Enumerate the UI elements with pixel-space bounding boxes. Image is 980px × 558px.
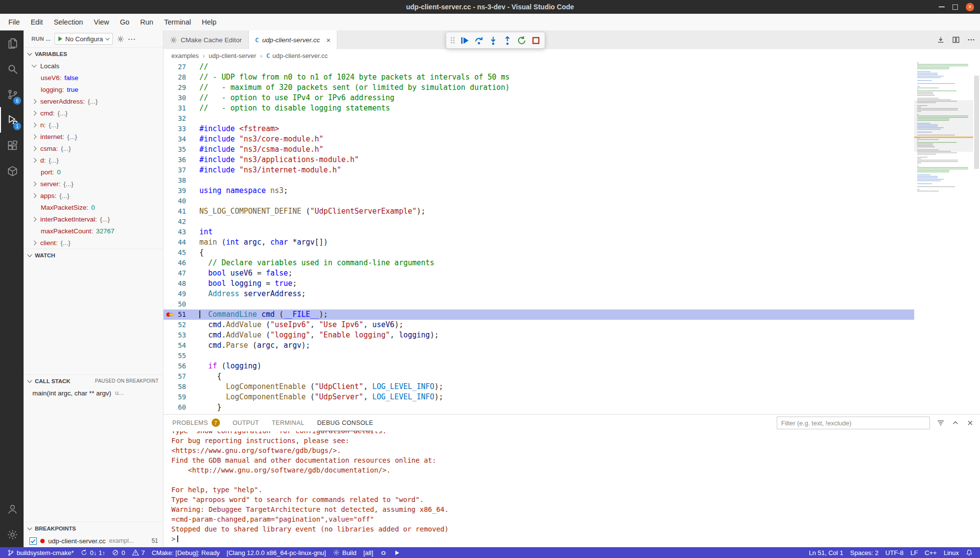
- manage-icon[interactable]: [0, 522, 24, 547]
- code-editor[interactable]: 27//28// - UDP flow from n0 to n1 of 102…: [163, 62, 980, 414]
- code-line[interactable]: 59 LogComponentEnable ("UdpServer", LOG_…: [163, 392, 914, 402]
- variable-row[interactable]: serverAddress:{...}: [24, 95, 163, 107]
- editor-tab[interactable]: CMake Cache Editor: [163, 30, 249, 49]
- line-number[interactable]: 51: [163, 309, 199, 320]
- code-line[interactable]: 27//: [163, 62, 914, 72]
- code-line[interactable]: 35#include "ns3/csma-module.h": [163, 144, 914, 155]
- cmake-build-button[interactable]: Build: [329, 547, 360, 558]
- console-prompt[interactable]: >: [171, 534, 980, 544]
- variable-row[interactable]: interPacketInterval:{...}: [24, 213, 163, 225]
- code-line[interactable]: 50: [163, 299, 914, 309]
- open-changes-icon[interactable]: [937, 36, 945, 44]
- git-sync[interactable]: 0↓ 1↑: [77, 547, 109, 558]
- console-filter-input[interactable]: [777, 417, 930, 429]
- maximize-button[interactable]: [953, 4, 958, 10]
- close-panel-icon[interactable]: [966, 419, 974, 427]
- menu-item-help[interactable]: Help: [196, 18, 222, 26]
- editor-tab[interactable]: Cudp-client-server.cc×: [249, 30, 338, 49]
- code-line[interactable]: 52 cmd.AddValue ("useIpv6", "Use Ipv6", …: [163, 320, 914, 330]
- step-out-button[interactable]: [501, 34, 514, 47]
- chevron-right-icon[interactable]: [32, 99, 37, 104]
- chevron-right-icon[interactable]: [32, 134, 37, 139]
- minimap[interactable]: [914, 62, 973, 414]
- chevron-right-icon[interactable]: [32, 111, 37, 115]
- code-line[interactable]: 34#include "ns3/core-module.h": [163, 134, 914, 144]
- extensions-icon[interactable]: [0, 133, 24, 158]
- code-line[interactable]: 38: [163, 175, 914, 186]
- variable-row[interactable]: port:0: [24, 166, 163, 178]
- menu-item-terminal[interactable]: Terminal: [159, 18, 196, 26]
- code-line[interactable]: 29// - maximum of 320 packets sent (or l…: [163, 83, 914, 93]
- line-number[interactable]: 57: [163, 371, 199, 382]
- line-number[interactable]: 42: [163, 217, 199, 227]
- split-editor-icon[interactable]: [952, 36, 960, 44]
- line-number[interactable]: 34: [163, 134, 199, 144]
- source-control-icon[interactable]: 6: [0, 82, 24, 107]
- call-stack-section-header[interactable]: CALL STACK PAUSED ON BREAKPOINT: [24, 374, 163, 387]
- variable-row[interactable]: d:{...}: [24, 154, 163, 166]
- line-number[interactable]: 38: [163, 175, 199, 186]
- accounts-icon[interactable]: [0, 496, 24, 522]
- breakpoint-row[interactable]: udp-client-server.cc exampl... 51: [24, 534, 163, 547]
- stop-button[interactable]: [529, 34, 542, 47]
- line-number[interactable]: 48: [163, 279, 199, 289]
- panel-tab-problems[interactable]: PROBLEMS7: [172, 415, 220, 431]
- line-number[interactable]: 37: [163, 165, 199, 175]
- menu-item-go[interactable]: Go: [114, 18, 135, 26]
- code-line[interactable]: 28// - UDP flow from n0 to n1 of 1024 by…: [163, 72, 914, 83]
- line-number[interactable]: 59: [163, 392, 199, 402]
- breakpoints-section-header[interactable]: BREAKPOINTS: [24, 522, 163, 534]
- cursor-position[interactable]: Ln 51, Col 1: [805, 547, 846, 558]
- chevron-right-icon[interactable]: [32, 146, 37, 151]
- line-number[interactable]: 55: [163, 351, 199, 361]
- code-line[interactable]: 37#include "ns3/internet-module.h": [163, 165, 914, 175]
- eol-sequence[interactable]: LF: [907, 547, 921, 558]
- line-number[interactable]: 52: [163, 320, 199, 330]
- variables-scope-locals[interactable]: Locals: [24, 60, 163, 72]
- watch-section-header[interactable]: WATCH: [24, 249, 163, 261]
- variable-row[interactable]: client:{...}: [24, 237, 163, 249]
- call-stack-frame[interactable]: main(int argc, char ** argv) u...: [24, 387, 163, 399]
- menu-item-run[interactable]: Run: [135, 18, 159, 26]
- cmake-tools-icon[interactable]: [0, 158, 24, 184]
- menu-item-view[interactable]: View: [88, 18, 114, 26]
- code-line[interactable]: 56 if (logging): [163, 361, 914, 371]
- warnings-count[interactable]: 7: [129, 547, 148, 558]
- variable-row[interactable]: MaxPacketSize:0: [24, 201, 163, 213]
- panel-tab-output[interactable]: OUTPUT: [233, 415, 259, 431]
- code-line[interactable]: 31// - option to disable logging stateme…: [163, 103, 914, 113]
- line-number[interactable]: 31: [163, 103, 199, 113]
- line-number[interactable]: 44: [163, 237, 199, 248]
- line-number[interactable]: 36: [163, 155, 199, 165]
- code-line[interactable]: 45{: [163, 248, 914, 258]
- search-icon[interactable]: [0, 56, 24, 82]
- breadcrumb-item[interactable]: examples: [171, 52, 199, 59]
- code-line[interactable]: 48 bool logging = true;: [163, 279, 914, 289]
- line-number[interactable]: 40: [163, 196, 199, 206]
- menu-item-edit[interactable]: Edit: [25, 18, 48, 26]
- code-line[interactable]: 32: [163, 113, 914, 124]
- code-line[interactable]: 55: [163, 351, 914, 361]
- cmake-kit[interactable]: [Clang 12.0.0 x86_64-pc-linux-gnu]: [223, 547, 329, 558]
- drag-handle-icon[interactable]: [449, 36, 457, 45]
- code-line[interactable]: 46 // Declare variables used in command-…: [163, 258, 914, 268]
- scrollbar-thumb[interactable]: [974, 76, 979, 169]
- debug-more-actions-icon[interactable]: ···: [128, 35, 136, 43]
- line-number[interactable]: 29: [163, 83, 199, 93]
- close-icon[interactable]: ×: [326, 36, 330, 44]
- code-line[interactable]: 33#include <fstream>: [163, 124, 914, 134]
- panel-tab-debug-console[interactable]: DEBUG CONSOLE: [317, 415, 373, 431]
- close-button[interactable]: ×: [966, 3, 974, 11]
- variable-row[interactable]: server:{...}: [24, 178, 163, 190]
- debug-settings-gear-icon[interactable]: [117, 35, 124, 43]
- line-number[interactable]: 58: [163, 382, 199, 392]
- code-line[interactable]: 54 cmd.Parse (argc, argv);: [163, 340, 914, 351]
- code-line[interactable]: 60 }: [163, 402, 914, 413]
- code-line[interactable]: 51 CommandLine cmd (__FILE__);: [163, 309, 914, 320]
- line-number[interactable]: 47: [163, 268, 199, 279]
- line-number[interactable]: 27: [163, 62, 199, 72]
- code-line[interactable]: 36#include "ns3/applications-module.h": [163, 155, 914, 165]
- code-line[interactable]: 39using namespace ns3;: [163, 186, 914, 196]
- line-number[interactable]: 32: [163, 113, 199, 124]
- chevron-right-icon[interactable]: [32, 193, 37, 198]
